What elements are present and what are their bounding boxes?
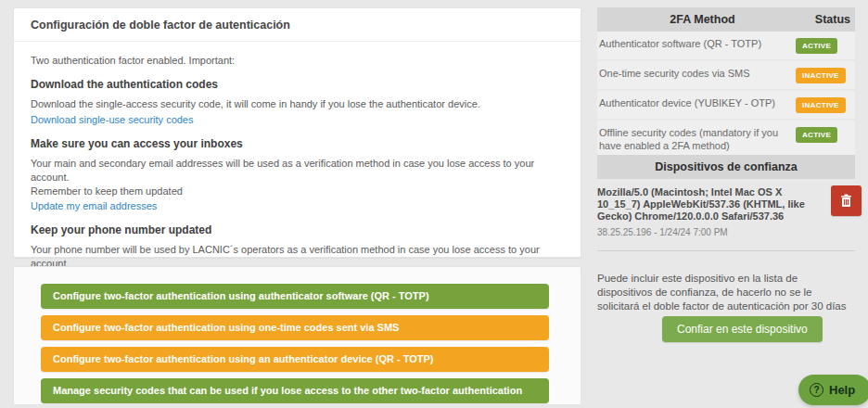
status-column-header: Status <box>789 13 855 26</box>
delete-device-button[interactable] <box>831 185 862 216</box>
trusted-devices-header: Dispositivos de confianza <box>597 155 855 179</box>
2fa-actions-panel: Configure two-factor authentication usin… <box>13 266 581 405</box>
section-text: Your main and secondary email addresses … <box>31 157 564 185</box>
method-label: Authenticator software (QR - TOTP) <box>599 37 796 50</box>
table-row: One-time security codes via SMS INACTIVE <box>597 61 855 89</box>
device-user-agent: Mozilla/5.0 (Macintosh; Intel Mac OS X 1… <box>597 186 825 223</box>
status-badge: INACTIVE <box>796 97 846 113</box>
trust-device-button[interactable]: Confiar en este dispositivo <box>662 316 823 342</box>
section-text: Download the single-access security code… <box>31 97 564 111</box>
methods-table-header: 2FA Method Status <box>597 7 855 32</box>
method-label: Offline security codes (mandatory if you… <box>599 126 796 153</box>
section-download-codes: Download the authentication codes Downlo… <box>31 77 564 127</box>
section-text: Remember to keep them updated <box>31 185 564 198</box>
section-heading: Download the authentication codes <box>31 77 564 92</box>
configure-sms-codes-button[interactable]: Configure two-factor authentication usin… <box>41 315 549 340</box>
help-button[interactable]: ? Help <box>798 375 868 405</box>
intro-text: Two authentication factor enabled. Impor… <box>31 54 564 68</box>
method-label: Authenticator device (YUBIKEY - OTP) <box>599 96 796 109</box>
status-badge: INACTIVE <box>796 68 846 83</box>
update-email-link[interactable]: Update my email addresses <box>31 199 157 213</box>
help-label: Help <box>829 383 855 397</box>
manage-security-codes-button[interactable]: Manage security codes that can be used i… <box>41 378 549 403</box>
device-ip-date: 38.25.25.196 - 1/24/24 7:00 PM <box>597 227 825 237</box>
method-label: One-time security codes via SMS <box>599 67 796 80</box>
table-row: Authenticator device (YUBIKEY - OTP) INA… <box>597 91 855 119</box>
section-heading: Keep your phone number updated <box>31 223 564 237</box>
right-panel: 2FA Method Status Authenticator software… <box>597 0 855 408</box>
configure-totp-software-button[interactable]: Configure two-factor authentication usin… <box>41 284 549 309</box>
section-inboxes: Make sure you can access your inboxes Yo… <box>31 136 564 214</box>
download-codes-link[interactable]: Download single-use security codes <box>31 113 193 127</box>
trash-icon <box>840 194 852 208</box>
trust-device-note: Puede incluir este dispositivo en la lis… <box>597 272 855 314</box>
table-row: Authenticator software (QR - TOTP) ACTIV… <box>597 32 855 59</box>
2fa-config-card: Configuración de doble factor de autenti… <box>13 7 581 258</box>
configure-authenticator-device-button[interactable]: Configure two-factor authentication usin… <box>41 347 549 372</box>
section-divider <box>597 250 855 251</box>
question-mark-icon: ? <box>810 383 823 397</box>
status-badge: ACTIVE <box>796 127 837 143</box>
methods-table: Authenticator software (QR - TOTP) ACTIV… <box>597 32 855 160</box>
table-row: Offline security codes (mandatory if you… <box>597 121 855 159</box>
status-badge: ACTIVE <box>796 38 837 54</box>
section-heading: Make sure you can access your inboxes <box>31 136 564 151</box>
method-column-header: 2FA Method <box>597 13 789 26</box>
card-title: Configuración de doble factor de autenti… <box>14 8 581 42</box>
